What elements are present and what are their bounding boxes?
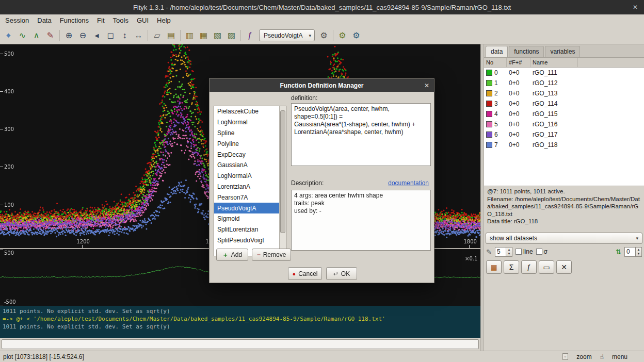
- zoom-select-mode-icon[interactable]: ⌖: [2, 28, 15, 42]
- point-style-icon: ✎: [486, 248, 492, 256]
- table-row[interactable]: 20+0rGO_113: [484, 88, 644, 98]
- status-grip-icon[interactable]: ▫: [562, 353, 569, 360]
- table-row[interactable]: 60+0rGO_117: [484, 129, 644, 140]
- menu-gui[interactable]: GUI: [133, 14, 153, 27]
- zoom-all-icon[interactable]: ◻: [104, 28, 118, 42]
- zoom-in-icon[interactable]: ⊕: [62, 28, 76, 42]
- dataset-name-cell: rGO_112: [530, 79, 578, 87]
- point-size-value[interactable]: 5: [495, 247, 506, 257]
- table-row[interactable]: 00+0rGO_111: [484, 68, 644, 78]
- function-list-item[interactable]: ExpDecay: [214, 149, 279, 160]
- table-row[interactable]: 50+0rGO_116: [484, 119, 644, 129]
- function-list-item[interactable]: LorentzianA: [214, 182, 279, 192]
- titlebar[interactable]: Fityk 1.3.1 - /home/aleplo/test/Document…: [0, 0, 644, 14]
- window-close-icon[interactable]: ✕: [633, 4, 638, 11]
- peak-draw-mode-icon[interactable]: ✎: [43, 28, 57, 42]
- zoom-horizontal-icon[interactable]: ↔: [132, 28, 146, 42]
- table-row[interactable]: 40+0rGO_115: [484, 109, 644, 119]
- function-list-item[interactable]: Sigmoid: [214, 213, 279, 224]
- sigma-checkbox[interactable]: [536, 249, 542, 255]
- dataset-name-cell: rGO_117: [530, 131, 578, 138]
- line-checkbox-group[interactable]: line: [516, 248, 533, 255]
- cancel-button[interactable]: ● Cancel: [288, 267, 322, 280]
- function-list-item[interactable]: PseudoVoigtA: [214, 203, 279, 213]
- sigma-checkbox-group[interactable]: σ: [536, 248, 548, 255]
- splitter[interactable]: [480, 44, 484, 351]
- function-list-item[interactable]: Polyline: [214, 138, 279, 149]
- dialog-body: definition: PielaszekCubeLogNormalSpline…: [210, 92, 434, 284]
- status-zoom-label[interactable]: zoom: [576, 353, 591, 360]
- dataset-select[interactable]: show all datasets ▾: [486, 233, 642, 244]
- function-list-item[interactable]: SplitPseudoVoigt: [214, 235, 279, 246]
- shift-stepper[interactable]: 0 ▲▼: [624, 247, 642, 257]
- shift-datasets-icon[interactable]: ⇅: [616, 248, 621, 256]
- add-function-icon[interactable]: ƒ: [243, 28, 257, 42]
- output-console: 1011 points. No explicit std. dev. Set a…: [0, 306, 480, 338]
- documentation-link[interactable]: documentation: [388, 179, 429, 187]
- table-row[interactable]: 30+0rGO_114: [484, 98, 644, 109]
- line-checkbox[interactable]: [516, 249, 522, 255]
- baseline-mode-icon[interactable]: ∧: [29, 28, 43, 42]
- status-menu-label[interactable]: menu: [612, 353, 627, 360]
- minus-icon: −: [257, 251, 261, 258]
- tab-data[interactable]: data: [486, 46, 508, 57]
- toggle-labels-button[interactable]: ▭: [539, 260, 554, 274]
- point-size-arrows[interactable]: ▲▼: [506, 247, 512, 257]
- save-image-icon[interactable]: ▧: [211, 28, 224, 42]
- zoom-previous-icon[interactable]: ◂: [90, 28, 104, 42]
- tab-functions[interactable]: functions: [509, 46, 544, 57]
- open-session-icon[interactable]: ▤: [164, 28, 178, 42]
- dialog-titlebar[interactable]: Function Definition Manager ✕: [210, 79, 434, 92]
- ok-button[interactable]: ↵ OK: [326, 267, 357, 280]
- zoom-vertical-icon[interactable]: ↕: [118, 28, 132, 42]
- spin-down-icon[interactable]: ▼: [506, 252, 512, 256]
- command-input[interactable]: [2, 339, 479, 349]
- delete-dataset-button[interactable]: ✕: [556, 260, 572, 274]
- tab-variables[interactable]: variables: [545, 46, 580, 57]
- function-list-item[interactable]: LogNormal: [214, 117, 279, 128]
- function-type-combo[interactable]: PseudoVoigtA▾: [259, 29, 315, 41]
- column-header-fill: [578, 58, 644, 67]
- reload-data-icon[interactable]: ▦: [197, 28, 211, 42]
- add-button[interactable]: ＋ Add: [216, 249, 248, 261]
- function-list-item[interactable]: Pearson7A: [214, 192, 279, 203]
- function-list-item[interactable]: PielaszekCube: [214, 106, 279, 117]
- function-list-scrollbar[interactable]: [279, 106, 286, 256]
- spin-down-icon[interactable]: ▼: [636, 252, 641, 256]
- shift-value[interactable]: 0: [624, 247, 636, 257]
- open-data-icon[interactable]: ▥: [183, 28, 197, 42]
- spin-up-icon[interactable]: ▲: [636, 248, 641, 252]
- zoom-out-icon[interactable]: ⊖: [76, 28, 90, 42]
- new-session-icon[interactable]: ▱: [150, 28, 164, 42]
- shift-arrows[interactable]: ▲▼: [636, 247, 642, 257]
- toggle-sum-button[interactable]: Σ: [504, 260, 519, 274]
- data-range-mode-icon[interactable]: ∿: [15, 28, 29, 42]
- menu-data[interactable]: Data: [33, 14, 55, 27]
- menu-help[interactable]: Help: [153, 14, 175, 27]
- export-icon[interactable]: ▨: [224, 28, 238, 42]
- menu-fit[interactable]: Fit: [93, 14, 108, 27]
- fit-settings-icon[interactable]: ⚙: [335, 28, 349, 42]
- definition-manager-icon[interactable]: ⚙: [317, 28, 331, 42]
- function-list-item[interactable]: GaussianA: [214, 160, 279, 171]
- toggle-functions-button[interactable]: ƒ: [521, 260, 537, 274]
- point-size-stepper[interactable]: 5 ▲▼: [495, 247, 512, 257]
- spin-up-icon[interactable]: ▲: [506, 248, 512, 252]
- dialog-close-icon[interactable]: ✕: [424, 82, 429, 89]
- add-button-label: Add: [231, 251, 242, 258]
- toggle-datasets-grid-button[interactable]: ▦: [486, 260, 502, 274]
- definition-textarea[interactable]: PseudoVoigtA(area, center, hwhm, shape=0…: [291, 103, 431, 166]
- function-list-item[interactable]: SplitLorentzian: [214, 224, 279, 235]
- remove-button[interactable]: − Remove: [252, 249, 291, 261]
- table-row[interactable]: 10+0rGO_112: [484, 78, 644, 88]
- run-fit-icon[interactable]: ⚙: [349, 28, 363, 42]
- scrollbar-thumb[interactable]: [280, 110, 285, 233]
- menu-tools[interactable]: Tools: [109, 14, 133, 27]
- table-row[interactable]: 70+0rGO_118: [484, 140, 644, 150]
- function-list-item[interactable]: Spline: [214, 128, 279, 139]
- dataset-ff-cell: 0+0: [507, 90, 530, 97]
- menu-functions[interactable]: Functions: [56, 14, 93, 27]
- function-list-item[interactable]: LogNormalA: [214, 171, 279, 182]
- menu-session[interactable]: Session: [1, 14, 33, 27]
- dataset-number: 5: [494, 121, 498, 128]
